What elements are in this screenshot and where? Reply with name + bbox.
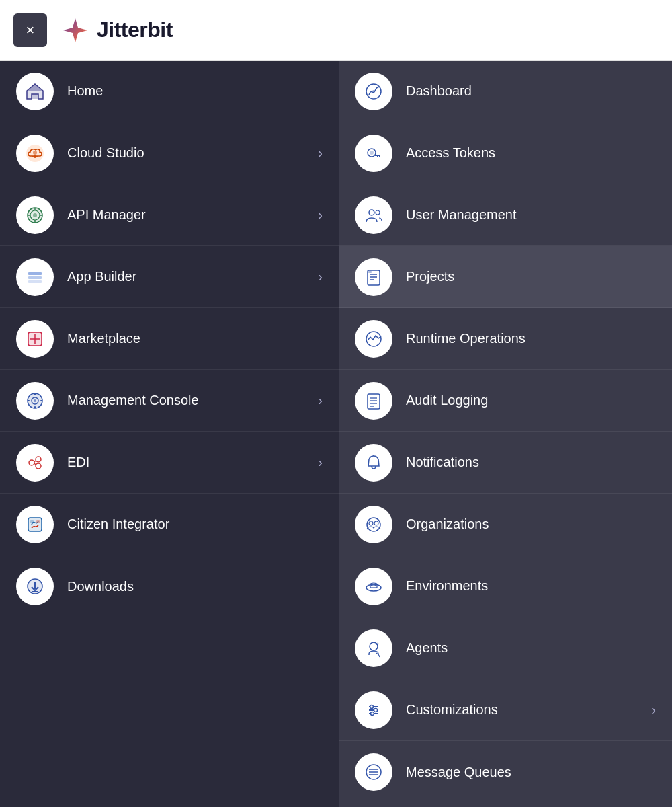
access-tokens-icon (364, 143, 384, 163)
left-nav-panel: Home Cloud Studio › (0, 61, 339, 807)
nav-label-notifications: Notifications (406, 455, 656, 470)
nav-item-edi[interactable]: EDI › (0, 432, 339, 494)
nav-label-api-manager: API Manager (67, 207, 318, 223)
nav-label-dashboard: Dashboard (406, 83, 656, 99)
cloud-studio-chevron-icon: › (318, 145, 323, 161)
nav-label-message-queues: Message Queues (406, 765, 656, 780)
nav-item-notifications[interactable]: Notifications (339, 432, 672, 494)
cloud-studio-icon (25, 143, 45, 163)
nav-item-organizations[interactable]: Organizations (339, 494, 672, 555)
svg-rect-14 (28, 272, 42, 275)
nav-item-audit-logging[interactable]: Audit Logging (339, 370, 672, 432)
access-tokens-icon-circle (355, 134, 392, 172)
customizations-icon-circle (355, 691, 392, 729)
nav-label-environments: Environments (406, 578, 656, 594)
marketplace-icon-circle (16, 320, 54, 358)
organizations-icon (364, 514, 384, 535)
svg-line-32 (34, 461, 36, 462)
svg-point-65 (374, 521, 378, 525)
nav-label-customizations: Customizations (406, 702, 651, 718)
nav-label-edi: EDI (67, 455, 318, 470)
svg-point-9 (33, 213, 37, 217)
nav-label-marketplace: Marketplace (67, 331, 323, 346)
message-queues-icon-circle (355, 753, 392, 791)
svg-rect-36 (30, 520, 34, 523)
right-nav-panel: Dashboard Access Tokens (339, 61, 672, 807)
notifications-icon (364, 453, 384, 473)
agents-icon-circle (355, 629, 392, 667)
customizations-chevron-icon: › (651, 702, 656, 718)
nav-item-management-console[interactable]: Management Console › (0, 370, 339, 432)
nav-label-access-tokens: Access Tokens (406, 145, 656, 161)
logo-area: Jitterbit (60, 15, 173, 45)
svg-point-72 (370, 705, 374, 708)
nav-item-access-tokens[interactable]: Access Tokens (339, 122, 672, 184)
api-manager-icon-circle (16, 196, 54, 234)
user-management-icon (364, 205, 384, 225)
marketplace-icon (25, 329, 45, 349)
nav-item-marketplace[interactable]: Marketplace (0, 308, 339, 370)
nav-label-cloud-studio: Cloud Studio (67, 145, 318, 161)
dashboard-icon-circle (355, 73, 392, 110)
svg-rect-26 (34, 406, 36, 408)
nav-item-downloads[interactable]: Downloads (0, 555, 339, 617)
nav-item-runtime-operations[interactable]: Runtime Operations (339, 308, 672, 370)
cloud-studio-icon-circle (16, 134, 54, 172)
citizen-integrator-icon-circle (16, 506, 54, 543)
nav-item-agents[interactable]: Agents (339, 617, 672, 679)
nav-item-environments[interactable]: Environments (339, 555, 672, 617)
svg-rect-27 (28, 400, 30, 401)
management-console-chevron-icon: › (318, 393, 323, 408)
nav-label-audit-logging: Audit Logging (406, 393, 656, 408)
dashboard-icon (364, 81, 384, 102)
svg-point-24 (34, 399, 36, 402)
nav-item-customizations[interactable]: Customizations › (339, 679, 672, 741)
close-button[interactable]: × (13, 13, 47, 47)
edi-chevron-icon: › (318, 455, 323, 470)
nav-item-home[interactable]: Home (0, 61, 339, 122)
message-queues-icon (364, 762, 384, 782)
customizations-icon (364, 700, 384, 720)
nav-item-app-builder[interactable]: App Builder › (0, 246, 339, 308)
nav-label-downloads: Downloads (67, 579, 323, 594)
svg-rect-37 (36, 520, 40, 523)
organizations-icon-circle (355, 506, 392, 543)
svg-point-74 (374, 708, 378, 712)
management-console-icon (25, 391, 45, 411)
projects-icon (364, 267, 384, 287)
agents-icon (364, 638, 384, 658)
nav-item-citizen-integrator[interactable]: Citizen Integrator (0, 494, 339, 555)
svg-point-63 (367, 518, 380, 531)
nav-item-user-management[interactable]: User Management (339, 184, 672, 246)
svg-point-49 (369, 210, 374, 215)
nav-item-message-queues[interactable]: Message Queues (339, 741, 672, 803)
nav-label-app-builder: App Builder (67, 269, 318, 284)
app-builder-icon (25, 267, 45, 287)
audit-logging-icon (364, 391, 384, 411)
nav-item-dashboard[interactable]: Dashboard (339, 61, 672, 122)
svg-rect-16 (28, 280, 42, 283)
nav-item-api-manager[interactable]: API Manager › (0, 184, 339, 246)
api-manager-chevron-icon: › (318, 207, 323, 223)
nav-label-organizations: Organizations (406, 516, 656, 532)
edi-icon (25, 453, 45, 473)
nav-item-projects[interactable]: Projects (339, 246, 672, 308)
svg-point-64 (369, 521, 373, 525)
audit-logging-icon-circle (355, 382, 392, 420)
close-icon: × (26, 23, 35, 38)
management-console-icon-circle (16, 382, 54, 420)
environments-icon (364, 576, 384, 597)
svg-line-33 (34, 463, 36, 465)
nav-item-cloud-studio[interactable]: Cloud Studio › (0, 122, 339, 184)
svg-point-45 (370, 151, 374, 155)
home-icon-circle (16, 73, 54, 110)
downloads-icon (25, 576, 45, 597)
svg-point-29 (29, 460, 34, 465)
environments-icon-circle (355, 568, 392, 605)
user-management-icon-circle (355, 196, 392, 234)
app-builder-chevron-icon: › (318, 269, 323, 284)
runtime-operations-icon-circle (355, 320, 392, 358)
edi-icon-circle (16, 444, 54, 482)
nav-label-citizen-integrator: Citizen Integrator (67, 516, 323, 532)
app-header: × Jitterbit (0, 0, 672, 61)
